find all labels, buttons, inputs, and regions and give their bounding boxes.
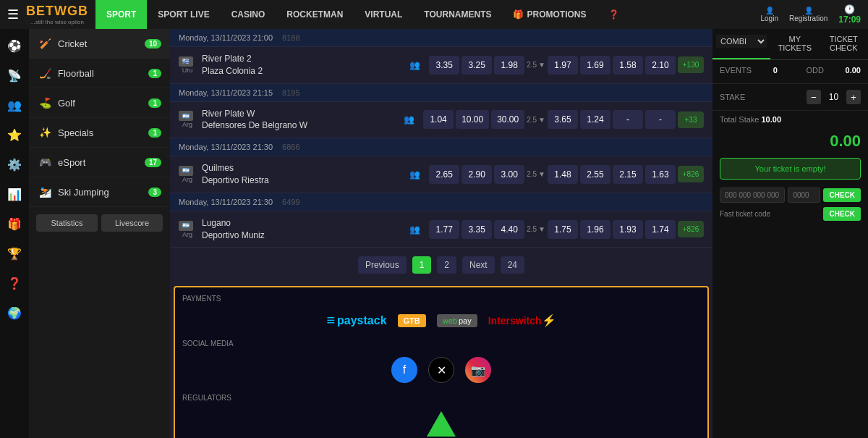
ticket-code-input[interactable] <box>788 188 820 203</box>
sidebar-item-ski-jumping[interactable]: ⛷️ Ski Jumping 3 <box>29 177 170 207</box>
check-button[interactable]: CHECK <box>823 188 861 202</box>
tab-combi[interactable]: COMBI SINGLE SYSTEM <box>712 29 770 59</box>
stats-icon-3[interactable]: 👥 <box>409 169 420 180</box>
match-id-3: 6866 <box>282 143 299 151</box>
odds-3-4[interactable]: 1.63 <box>645 165 676 184</box>
tab-virtual[interactable]: VIRTUAL <box>354 0 413 29</box>
stats-icon-1[interactable]: 👥 <box>409 60 420 70</box>
odds-2-extra-0[interactable]: 3.65 <box>548 110 578 129</box>
team1-1: River Plate 2 <box>202 53 407 65</box>
more-odds-3[interactable]: +826 <box>678 166 704 182</box>
sidebar-item-esport[interactable]: 🎮 eSport 17 <box>29 148 170 177</box>
odds-4-1[interactable]: 3.35 <box>461 220 492 239</box>
tab-my-tickets[interactable]: MY TICKETS <box>770 29 820 59</box>
odds-3-1[interactable]: 2.90 <box>461 165 492 184</box>
odds-2-extra-1[interactable]: 1.24 <box>580 110 610 129</box>
country-flag-4: 🇦🇷 Arg <box>179 221 196 238</box>
odds-3-3[interactable]: 2.15 <box>613 165 643 184</box>
sidebar-item-golf[interactable]: ⛳ Golf 1 <box>29 88 170 118</box>
odds-3-extra-0[interactable]: 1.48 <box>548 165 578 184</box>
fast-ticket-label: Fast ticket code <box>720 210 770 218</box>
odds-2-2[interactable]: 30.00 <box>491 110 524 129</box>
odds-4-0[interactable]: 1.77 <box>429 220 459 239</box>
fast-check-button[interactable]: CHECK <box>823 207 861 221</box>
last-page-button[interactable]: 24 <box>501 256 524 274</box>
odds-2-1[interactable]: 10.00 <box>456 110 489 129</box>
odds-2-0[interactable]: 1.04 <box>423 110 454 129</box>
sidebar-icon-settings[interactable]: ⚙️ <box>1 151 27 177</box>
stake-plus-button[interactable]: + <box>846 90 861 104</box>
odds-3-2[interactable]: 3.00 <box>494 165 524 184</box>
sidebar-icon-star[interactable]: ⭐ <box>1 122 27 148</box>
regulator-logo <box>182 408 700 438</box>
tab-promotions[interactable]: 🎁 PROMOTIONS <box>502 0 597 29</box>
regulator-triangle-icon <box>427 411 456 437</box>
page-2-button[interactable]: 2 <box>437 256 456 274</box>
x-icon[interactable]: ✕ <box>428 357 454 383</box>
stake-minus-button[interactable]: − <box>807 90 821 104</box>
sidebar-icon-trophy[interactable]: 🏆 <box>1 240 27 266</box>
stats-icon-2[interactable]: 👥 <box>404 114 414 125</box>
stats-icon-4[interactable]: 👥 <box>409 224 420 235</box>
odds-4-extra-0[interactable]: 1.75 <box>548 220 578 239</box>
odds-2-3[interactable]: - <box>613 110 643 129</box>
sidebar-item-cricket[interactable]: 🏏 Cricket 10 <box>29 29 170 59</box>
events-label: EVENTS <box>720 66 752 75</box>
more-odds-1[interactable]: +130 <box>678 56 704 73</box>
odds-4-2[interactable]: 4.40 <box>494 220 524 239</box>
match-date-2: Monday, 13/11/2023 21:15 8195 <box>170 84 712 102</box>
sidebar-icon-live[interactable]: 📡 <box>1 62 27 88</box>
statistics-button[interactable]: Statistics <box>36 214 98 232</box>
tab-sport-live[interactable]: SPORT LIVE <box>147 0 220 29</box>
total-amount-value: 10.00 <box>761 115 781 124</box>
odds-1-extra-0[interactable]: 1.97 <box>548 56 578 75</box>
login-button[interactable]: 👤 Login <box>760 7 778 22</box>
odds-1-4[interactable]: 2.10 <box>645 56 676 75</box>
tab-ticket-check[interactable]: TICKET CHECK <box>820 29 869 59</box>
odds-1-extra-1[interactable]: 1.69 <box>580 56 610 75</box>
combi-select[interactable]: COMBI SINGLE SYSTEM <box>716 35 767 48</box>
tab-rocketman[interactable]: ROCKETMAN <box>276 0 354 29</box>
odds-1-1[interactable]: 3.25 <box>461 56 492 75</box>
livescore-button[interactable]: Livescore <box>101 214 163 232</box>
match-id-2: 8195 <box>282 88 299 97</box>
odds-4-4[interactable]: 1.74 <box>645 220 676 239</box>
team2-4: Deportivo Muniz <box>202 229 407 242</box>
odds-4-3[interactable]: 1.93 <box>613 220 643 239</box>
tab-help[interactable]: ❓ <box>597 0 630 29</box>
odds-2-4[interactable]: - <box>645 110 676 129</box>
ticket-number-input[interactable] <box>720 188 785 203</box>
odds-3-0[interactable]: 2.65 <box>429 165 459 184</box>
sidebar-icon-people[interactable]: 👥 <box>1 92 27 118</box>
odds-1-3[interactable]: 1.58 <box>613 56 643 75</box>
more-odds-4[interactable]: +826 <box>678 221 704 237</box>
facebook-icon[interactable]: f <box>391 357 417 383</box>
hamburger-icon[interactable]: ☰ <box>7 7 19 22</box>
sidebar-icon-question[interactable]: ❓ <box>1 270 27 296</box>
odds-3-extra-1[interactable]: 2.55 <box>580 165 610 184</box>
prev-page-button[interactable]: Previous <box>358 256 407 274</box>
flag-icon-3: 🇦🇷 <box>179 166 193 176</box>
instagram-icon[interactable]: 📷 <box>465 357 491 383</box>
date-text-1: Monday, 13/11/2023 21:00 <box>179 33 273 42</box>
odds-1-0[interactable]: 3.35 <box>429 56 459 75</box>
sidebar-icon-gift[interactable]: 🎁 <box>1 211 27 237</box>
sidebar-icon-chart[interactable]: 📊 <box>1 181 27 207</box>
next-page-button[interactable]: Next <box>462 256 495 274</box>
tab-sport[interactable]: SPORT <box>95 0 147 29</box>
floorball-count: 1 <box>148 69 161 78</box>
tab-casino[interactable]: CASINO <box>221 0 276 29</box>
sidebar-icon-sports[interactable]: ⚽ <box>1 33 27 59</box>
registration-button[interactable]: 👤 Registration <box>789 7 827 22</box>
icon-sidebar: ⚽ 📡 👥 ⭐ ⚙️ 📊 🎁 🏆 ❓ 🌍 <box>0 29 29 438</box>
sidebar-item-specials[interactable]: ✨ Specials 1 <box>29 118 170 148</box>
sidebar-item-floorball[interactable]: 🏒 Floorball 1 <box>29 59 170 88</box>
page-1-button[interactable]: 1 <box>412 256 432 274</box>
sidebar-icon-globe[interactable]: 🌍 <box>1 300 27 326</box>
odds-1-2[interactable]: 1.98 <box>494 56 524 75</box>
logo-sub: ...still the wise option <box>30 19 84 25</box>
tab-tournaments[interactable]: TOURNAMENTS <box>413 0 502 29</box>
more-odds-2[interactable]: +33 <box>678 111 704 128</box>
floorball-icon: 🏒 <box>38 66 52 80</box>
odds-4-extra-1[interactable]: 1.96 <box>580 220 610 239</box>
